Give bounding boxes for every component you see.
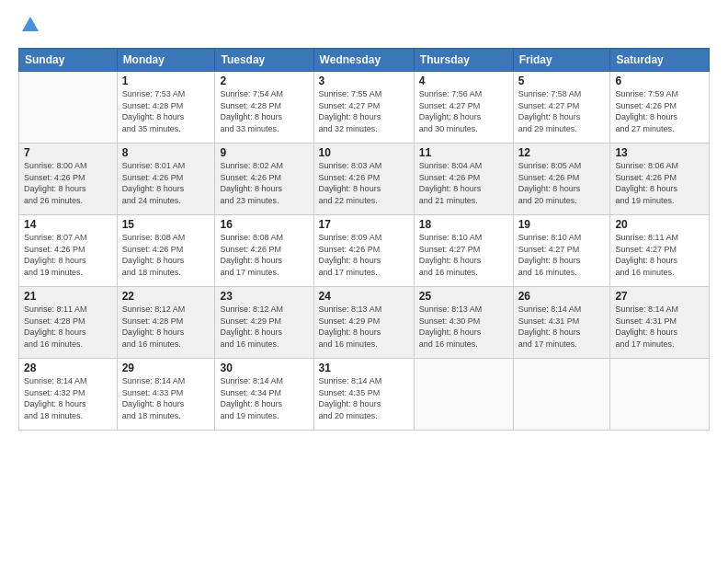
day-info: Sunrise: 8:07 AM Sunset: 4:26 PM Dayligh… bbox=[24, 232, 112, 278]
day-info: Sunrise: 8:13 AM Sunset: 4:29 PM Dayligh… bbox=[319, 304, 409, 350]
calendar-cell: 14Sunrise: 8:07 AM Sunset: 4:26 PM Dayli… bbox=[19, 215, 118, 287]
calendar-cell: 28Sunrise: 8:14 AM Sunset: 4:32 PM Dayli… bbox=[19, 359, 118, 431]
calendar-cell: 4Sunrise: 7:56 AM Sunset: 4:27 PM Daylig… bbox=[414, 72, 513, 144]
day-number: 16 bbox=[220, 218, 308, 231]
calendar-week-row: 7Sunrise: 8:00 AM Sunset: 4:26 PM Daylig… bbox=[19, 144, 710, 215]
day-number: 9 bbox=[220, 146, 308, 159]
day-info: Sunrise: 8:08 AM Sunset: 4:26 PM Dayligh… bbox=[122, 232, 210, 278]
day-number: 22 bbox=[122, 290, 210, 303]
weekday-header: Friday bbox=[513, 49, 610, 72]
day-info: Sunrise: 7:53 AM Sunset: 4:28 PM Dayligh… bbox=[122, 88, 210, 134]
day-info: Sunrise: 7:54 AM Sunset: 4:28 PM Dayligh… bbox=[220, 88, 308, 134]
weekday-header: Saturday bbox=[610, 49, 710, 72]
day-info: Sunrise: 8:04 AM Sunset: 4:26 PM Dayligh… bbox=[419, 160, 508, 206]
day-number: 4 bbox=[419, 75, 508, 87]
calendar-cell: 30Sunrise: 8:14 AM Sunset: 4:34 PM Dayli… bbox=[215, 359, 313, 431]
day-number: 2 bbox=[220, 75, 308, 87]
logo-icon bbox=[20, 15, 40, 35]
weekday-header: Thursday bbox=[414, 49, 513, 72]
logo bbox=[18, 15, 40, 39]
day-number: 24 bbox=[319, 290, 409, 303]
calendar-cell: 26Sunrise: 8:14 AM Sunset: 4:31 PM Dayli… bbox=[513, 287, 610, 359]
calendar-cell: 1Sunrise: 7:53 AM Sunset: 4:28 PM Daylig… bbox=[117, 72, 215, 144]
day-info: Sunrise: 8:10 AM Sunset: 4:27 PM Dayligh… bbox=[419, 232, 508, 278]
day-number: 14 bbox=[24, 218, 112, 231]
day-info: Sunrise: 8:12 AM Sunset: 4:28 PM Dayligh… bbox=[122, 304, 210, 350]
calendar-cell: 16Sunrise: 8:08 AM Sunset: 4:26 PM Dayli… bbox=[215, 215, 313, 287]
calendar-cell: 5Sunrise: 7:58 AM Sunset: 4:27 PM Daylig… bbox=[513, 72, 610, 144]
day-number: 23 bbox=[220, 290, 308, 303]
calendar-week-row: 21Sunrise: 8:11 AM Sunset: 4:28 PM Dayli… bbox=[19, 287, 710, 359]
calendar-cell: 11Sunrise: 8:04 AM Sunset: 4:26 PM Dayli… bbox=[414, 144, 513, 215]
day-number: 13 bbox=[615, 146, 704, 159]
day-info: Sunrise: 8:05 AM Sunset: 4:26 PM Dayligh… bbox=[518, 160, 606, 206]
calendar-cell: 17Sunrise: 8:09 AM Sunset: 4:26 PM Dayli… bbox=[313, 215, 414, 287]
day-number: 19 bbox=[518, 218, 606, 231]
calendar-cell: 21Sunrise: 8:11 AM Sunset: 4:28 PM Dayli… bbox=[19, 287, 118, 359]
day-info: Sunrise: 8:00 AM Sunset: 4:26 PM Dayligh… bbox=[24, 160, 112, 206]
day-info: Sunrise: 7:58 AM Sunset: 4:27 PM Dayligh… bbox=[518, 88, 606, 134]
calendar-cell: 18Sunrise: 8:10 AM Sunset: 4:27 PM Dayli… bbox=[414, 215, 513, 287]
calendar-week-row: 14Sunrise: 8:07 AM Sunset: 4:26 PM Dayli… bbox=[19, 215, 710, 287]
calendar-cell: 8Sunrise: 8:01 AM Sunset: 4:26 PM Daylig… bbox=[117, 144, 215, 215]
day-info: Sunrise: 8:11 AM Sunset: 4:28 PM Dayligh… bbox=[24, 304, 112, 350]
logo-block bbox=[18, 15, 40, 39]
day-number: 11 bbox=[419, 146, 508, 159]
day-info: Sunrise: 8:01 AM Sunset: 4:26 PM Dayligh… bbox=[122, 160, 210, 206]
day-info: Sunrise: 8:08 AM Sunset: 4:26 PM Dayligh… bbox=[220, 232, 308, 278]
calendar-cell bbox=[610, 359, 710, 431]
day-number: 15 bbox=[122, 218, 210, 231]
svg-marker-0 bbox=[22, 17, 39, 31]
day-number: 26 bbox=[518, 290, 606, 303]
day-number: 17 bbox=[319, 218, 409, 231]
calendar-week-row: 1Sunrise: 7:53 AM Sunset: 4:28 PM Daylig… bbox=[19, 72, 710, 144]
calendar-cell: 25Sunrise: 8:13 AM Sunset: 4:30 PM Dayli… bbox=[414, 287, 513, 359]
day-number: 18 bbox=[419, 218, 508, 231]
day-info: Sunrise: 8:14 AM Sunset: 4:34 PM Dayligh… bbox=[220, 375, 308, 421]
calendar-cell: 12Sunrise: 8:05 AM Sunset: 4:26 PM Dayli… bbox=[513, 144, 610, 215]
day-number: 6 bbox=[615, 75, 704, 87]
day-info: Sunrise: 8:10 AM Sunset: 4:27 PM Dayligh… bbox=[518, 232, 606, 278]
calendar-cell bbox=[513, 359, 610, 431]
calendar-cell: 20Sunrise: 8:11 AM Sunset: 4:27 PM Dayli… bbox=[610, 215, 710, 287]
day-number: 7 bbox=[24, 146, 112, 159]
calendar-cell: 2Sunrise: 7:54 AM Sunset: 4:28 PM Daylig… bbox=[215, 72, 313, 144]
calendar-cell: 9Sunrise: 8:02 AM Sunset: 4:26 PM Daylig… bbox=[215, 144, 313, 215]
calendar-cell: 13Sunrise: 8:06 AM Sunset: 4:26 PM Dayli… bbox=[610, 144, 710, 215]
day-info: Sunrise: 8:14 AM Sunset: 4:33 PM Dayligh… bbox=[122, 375, 210, 421]
day-number: 5 bbox=[518, 75, 606, 87]
calendar-cell: 6Sunrise: 7:59 AM Sunset: 4:26 PM Daylig… bbox=[610, 72, 710, 144]
day-number: 20 bbox=[615, 218, 704, 231]
day-info: Sunrise: 8:12 AM Sunset: 4:29 PM Dayligh… bbox=[220, 304, 308, 350]
calendar-cell: 31Sunrise: 8:14 AM Sunset: 4:35 PM Dayli… bbox=[313, 359, 414, 431]
header bbox=[18, 15, 710, 39]
day-number: 31 bbox=[319, 362, 409, 374]
day-info: Sunrise: 8:14 AM Sunset: 4:31 PM Dayligh… bbox=[615, 304, 704, 350]
day-info: Sunrise: 8:11 AM Sunset: 4:27 PM Dayligh… bbox=[615, 232, 704, 278]
day-info: Sunrise: 8:02 AM Sunset: 4:26 PM Dayligh… bbox=[220, 160, 308, 206]
logo-text bbox=[18, 15, 40, 39]
day-info: Sunrise: 7:59 AM Sunset: 4:26 PM Dayligh… bbox=[615, 88, 704, 134]
calendar-cell: 27Sunrise: 8:14 AM Sunset: 4:31 PM Dayli… bbox=[610, 287, 710, 359]
day-number: 21 bbox=[24, 290, 112, 303]
weekday-header: Tuesday bbox=[215, 49, 313, 72]
calendar-cell: 7Sunrise: 8:00 AM Sunset: 4:26 PM Daylig… bbox=[19, 144, 118, 215]
day-info: Sunrise: 8:14 AM Sunset: 4:32 PM Dayligh… bbox=[24, 375, 112, 421]
day-number: 3 bbox=[319, 75, 409, 87]
calendar-cell: 23Sunrise: 8:12 AM Sunset: 4:29 PM Dayli… bbox=[215, 287, 313, 359]
day-number: 29 bbox=[122, 362, 210, 374]
header-row: SundayMondayTuesdayWednesdayThursdayFrid… bbox=[19, 49, 710, 72]
day-number: 8 bbox=[122, 146, 210, 159]
day-number: 30 bbox=[220, 362, 308, 374]
calendar-cell: 29Sunrise: 8:14 AM Sunset: 4:33 PM Dayli… bbox=[117, 359, 215, 431]
calendar-cell bbox=[19, 72, 118, 144]
day-info: Sunrise: 7:56 AM Sunset: 4:27 PM Dayligh… bbox=[419, 88, 508, 134]
weekday-header: Wednesday bbox=[313, 49, 414, 72]
calendar-cell bbox=[414, 359, 513, 431]
day-number: 28 bbox=[24, 362, 112, 374]
day-number: 10 bbox=[319, 146, 409, 159]
day-info: Sunrise: 8:14 AM Sunset: 4:31 PM Dayligh… bbox=[518, 304, 606, 350]
page: SundayMondayTuesdayWednesdayThursdayFrid… bbox=[0, 0, 728, 563]
calendar-cell: 3Sunrise: 7:55 AM Sunset: 4:27 PM Daylig… bbox=[313, 72, 414, 144]
day-info: Sunrise: 8:03 AM Sunset: 4:26 PM Dayligh… bbox=[319, 160, 409, 206]
